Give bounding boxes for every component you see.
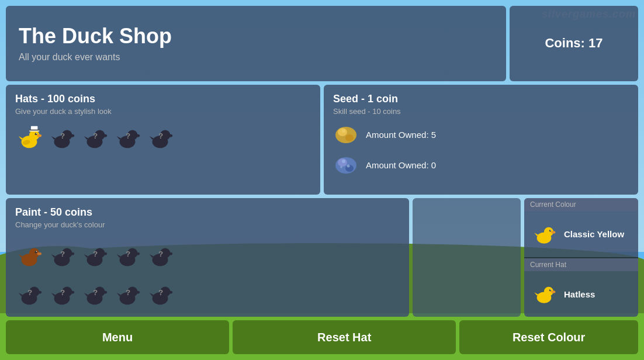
paint-unknown-5[interactable]: ? bbox=[15, 281, 43, 309]
svg-rect-7 bbox=[29, 130, 39, 131]
svg-text:?: ? bbox=[126, 131, 130, 140]
svg-point-73 bbox=[70, 291, 74, 294]
svg-text:?: ? bbox=[93, 288, 98, 297]
title-panel: The Duck Shop All your duck ever wants bbox=[6, 6, 506, 81]
svg-text:?: ? bbox=[27, 288, 32, 297]
svg-point-44 bbox=[37, 252, 41, 255]
svg-text:?: ? bbox=[93, 131, 98, 140]
coins-display: Coins: 17 bbox=[545, 36, 603, 51]
svg-point-100 bbox=[550, 289, 551, 290]
hats-panel: Hats - 100 coins Give your duck a stylis… bbox=[6, 85, 320, 195]
current-colour-duck-icon bbox=[530, 221, 558, 247]
svg-text:?: ? bbox=[158, 131, 163, 140]
paint-unknown-7[interactable]: ? bbox=[81, 281, 109, 309]
svg-point-68 bbox=[37, 291, 41, 294]
current-hat-value: Hatless bbox=[564, 289, 595, 299]
svg-point-12 bbox=[70, 134, 74, 137]
svg-point-38 bbox=[347, 164, 350, 167]
svg-point-32 bbox=[345, 134, 354, 141]
shop-subtitle: All your duck ever wants bbox=[19, 52, 493, 63]
svg-point-63 bbox=[168, 252, 172, 255]
center-spacer bbox=[413, 198, 521, 317]
seed1-amount: Amount Owned: 5 bbox=[366, 130, 436, 140]
svg-text:?: ? bbox=[93, 250, 98, 258]
seed-item-1[interactable]: Amount Owned: 5 bbox=[333, 124, 629, 146]
svg-point-58 bbox=[135, 252, 140, 255]
hats-duck-row: ? ? bbox=[15, 124, 311, 152]
svg-point-4 bbox=[37, 134, 41, 137]
hat-duck-unknown-3[interactable]: ? bbox=[113, 124, 141, 152]
svg-point-37 bbox=[342, 160, 345, 163]
svg-text:?: ? bbox=[158, 250, 163, 258]
seed-panel: Seed - 1 coin Skill seed - 10 coins Amou… bbox=[324, 85, 638, 195]
svg-point-101 bbox=[551, 290, 555, 293]
svg-point-53 bbox=[102, 252, 107, 255]
svg-point-78 bbox=[102, 291, 107, 294]
paint-duck-row1: ? ? bbox=[15, 242, 400, 270]
svg-point-30 bbox=[335, 127, 356, 143]
seed-title: Seed - 1 coin bbox=[333, 93, 629, 105]
svg-point-48 bbox=[70, 252, 74, 255]
paint-unknown-8[interactable]: ? bbox=[113, 281, 141, 309]
hats-title: Hats - 100 coins bbox=[15, 93, 311, 105]
svg-point-27 bbox=[168, 134, 172, 137]
mid-row: Hats - 100 coins Give your duck a stylis… bbox=[6, 85, 638, 195]
svg-point-39 bbox=[340, 166, 342, 168]
svg-point-95 bbox=[551, 231, 555, 233]
svg-point-17 bbox=[102, 134, 107, 137]
svg-point-34 bbox=[335, 157, 356, 174]
current-colour-body: Classic Yellow bbox=[524, 211, 638, 257]
current-hat-header: Current Hat bbox=[524, 258, 638, 271]
top-row: The Duck Shop All your duck ever wants C… bbox=[6, 6, 638, 81]
reset-colour-button[interactable]: Reset Colour bbox=[459, 320, 638, 354]
svg-point-3 bbox=[36, 133, 37, 134]
paint-unknown-9[interactable]: ? bbox=[146, 281, 174, 309]
menu-button[interactable]: Menu bbox=[6, 320, 229, 354]
svg-text:?: ? bbox=[126, 288, 130, 297]
current-colour-header: Current Colour bbox=[524, 198, 638, 211]
svg-text:?: ? bbox=[60, 288, 65, 297]
current-hat-panel: Current Hat Hatless bbox=[524, 258, 638, 317]
hats-subtitle: Give your duck a stylish look bbox=[15, 107, 311, 116]
current-hat-body: Hatless bbox=[524, 271, 638, 317]
paint-unknown-6[interactable]: ? bbox=[48, 281, 76, 309]
svg-point-33 bbox=[342, 129, 345, 133]
seed-yellow-icon bbox=[333, 124, 359, 146]
paint-unknown-4[interactable]: ? bbox=[146, 242, 174, 270]
svg-point-94 bbox=[550, 230, 551, 230]
svg-text:?: ? bbox=[60, 250, 65, 258]
seed-blue-icon bbox=[333, 154, 359, 176]
hat-duck-unknown-2[interactable]: ? bbox=[81, 124, 109, 152]
paint-duck-rows: ? ? bbox=[15, 234, 400, 309]
paint-unknown-3[interactable]: ? bbox=[113, 242, 141, 270]
seed-subtitle: Skill seed - 10 coins bbox=[333, 107, 629, 116]
paint-brown-duck[interactable] bbox=[15, 242, 43, 270]
hat-duck-icon[interactable] bbox=[15, 124, 43, 152]
svg-point-88 bbox=[168, 291, 172, 294]
seed-item-2[interactable]: Amount Owned: 0 bbox=[333, 154, 629, 176]
paint-unknown-1[interactable]: ? bbox=[48, 242, 76, 270]
paint-subtitle: Change your duck's colour bbox=[15, 220, 400, 229]
current-colour-value: Classic Yellow bbox=[564, 229, 624, 239]
paint-duck-row2: ? ? bbox=[15, 281, 400, 309]
svg-text:?: ? bbox=[126, 250, 130, 258]
main-container: The Duck Shop All your duck ever wants C… bbox=[6, 6, 638, 354]
coins-panel: Coins: 17 bbox=[510, 6, 638, 81]
current-colour-panel: Current Colour Classic Yellow bbox=[524, 198, 638, 257]
svg-point-43 bbox=[36, 251, 37, 252]
hat-duck-unknown-4[interactable]: ? bbox=[146, 124, 174, 152]
svg-point-22 bbox=[135, 134, 140, 137]
svg-point-83 bbox=[135, 291, 140, 294]
info-panels-col: Current Colour Classic Yellow bbox=[524, 198, 638, 317]
seed2-amount: Amount Owned: 0 bbox=[366, 160, 436, 170]
paint-unknown-2[interactable]: ? bbox=[81, 242, 109, 270]
paint-title: Paint - 50 coins bbox=[15, 206, 400, 219]
hat-duck-unknown-1[interactable]: ? bbox=[48, 124, 76, 152]
shop-title: The Duck Shop bbox=[19, 24, 493, 49]
reset-hat-button[interactable]: Reset Hat bbox=[233, 320, 456, 354]
svg-text:?: ? bbox=[60, 131, 65, 140]
buttons-row: Menu Reset Hat Reset Colour bbox=[6, 320, 638, 354]
svg-text:?: ? bbox=[158, 288, 163, 297]
current-hat-duck-icon bbox=[530, 281, 558, 307]
paint-panel: Paint - 50 coins Change your duck's colo… bbox=[6, 198, 409, 317]
